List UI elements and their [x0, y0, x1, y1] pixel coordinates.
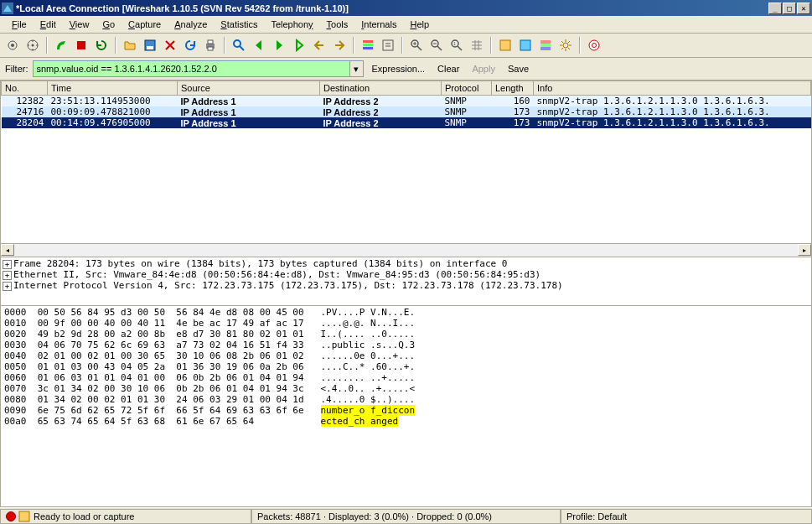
packet-row[interactable]: 2471600:09:09.478821000IP Address 1IP Ad… — [2, 106, 811, 117]
scroll-left-icon[interactable]: ◂ — [1, 244, 14, 256]
svg-rect-5 — [77, 41, 85, 49]
svg-point-2 — [11, 44, 14, 47]
zoom-100-icon[interactable]: 1 — [447, 36, 466, 54]
col-time[interactable]: Time — [48, 81, 178, 96]
filter-label: Filter: — [3, 64, 28, 74]
zoom-in-icon[interactable] — [407, 36, 426, 54]
go-back-icon[interactable] — [250, 36, 268, 54]
filter-input[interactable] — [34, 64, 349, 74]
menu-bar: File Edit View Go Capture Analyze Statis… — [0, 16, 812, 34]
main-toolbar: 1 — [0, 34, 812, 58]
menu-tools[interactable]: Tools — [320, 18, 355, 31]
help-icon[interactable] — [585, 36, 603, 54]
auto-scroll-icon[interactable] — [379, 36, 397, 54]
col-destination[interactable]: Destination — [320, 81, 442, 96]
col-length[interactable]: Length — [492, 81, 534, 96]
resize-columns-icon[interactable] — [468, 36, 486, 54]
status-packets: Packets: 48871 · Displayed: 3 (0.0%) · D… — [251, 509, 561, 524]
svg-point-4 — [32, 44, 34, 47]
zoom-out-icon[interactable] — [427, 36, 446, 54]
menu-capture[interactable]: Capture — [122, 18, 168, 31]
status-bar: Ready to load or capture Packets: 48871 … — [0, 507, 812, 524]
svg-rect-13 — [363, 44, 373, 46]
close-button[interactable]: ✕ — [797, 3, 810, 14]
save-file-icon[interactable] — [141, 36, 159, 54]
app-icon — [2, 3, 13, 14]
svg-point-27 — [592, 44, 597, 48]
go-forward-icon[interactable] — [270, 36, 288, 54]
column-headers[interactable]: No. Time Source Destination Protocol Len… — [2, 81, 811, 96]
minimize-button[interactable]: _ — [768, 3, 782, 14]
expand-icon[interactable]: + — [3, 282, 12, 291]
status-profile[interactable]: Profile: Default — [561, 509, 812, 524]
filter-bar: Filter: ▾ Expression... Clear Apply Save — [0, 58, 812, 80]
expand-icon[interactable]: + — [3, 271, 12, 280]
go-last-icon[interactable] — [330, 36, 349, 54]
stop-capture-icon[interactable] — [72, 36, 91, 54]
col-info[interactable]: Info — [534, 81, 811, 96]
restart-capture-icon[interactable] — [92, 36, 111, 54]
svg-rect-12 — [363, 40, 373, 43]
filter-combo[interactable]: ▾ — [33, 60, 364, 77]
packet-list-scrollbar[interactable]: ◂ ▸ — [0, 244, 812, 257]
packet-row[interactable]: 2820400:14:09.476905000IP Address 1IP Ad… — [2, 117, 811, 128]
svg-rect-22 — [540, 40, 551, 44]
svg-rect-7 — [147, 46, 153, 49]
print-icon[interactable] — [201, 36, 220, 54]
expression-button[interactable]: Expression... — [368, 64, 430, 74]
display-filters-icon[interactable] — [516, 36, 535, 54]
packet-row[interactable]: 1238223:51:13.114953000IP Address 1IP Ad… — [2, 96, 811, 107]
svg-rect-20 — [500, 40, 510, 50]
svg-rect-28 — [19, 511, 29, 521]
menu-edit[interactable]: Edit — [34, 18, 63, 31]
tree-ethernet[interactable]: +Ethernet II, Src: Vmware_84:4e:d8 (00:5… — [3, 269, 809, 280]
open-file-icon[interactable] — [121, 36, 139, 54]
menu-view[interactable]: View — [63, 18, 96, 31]
menu-statistics[interactable]: Statistics — [214, 18, 264, 31]
close-file-icon[interactable] — [161, 36, 179, 54]
colorize-icon[interactable] — [359, 36, 377, 54]
find-icon[interactable] — [230, 36, 248, 54]
svg-rect-23 — [540, 44, 551, 47]
maximize-button[interactable]: □ — [783, 3, 796, 14]
scroll-right-icon[interactable]: ▸ — [798, 244, 811, 256]
col-no[interactable]: No. — [2, 81, 48, 96]
menu-internals[interactable]: Internals — [354, 18, 403, 31]
menu-go[interactable]: Go — [96, 18, 122, 31]
save-button[interactable]: Save — [504, 64, 533, 74]
svg-rect-14 — [363, 47, 373, 49]
svg-rect-15 — [383, 40, 393, 50]
status-ready: Ready to load or capture — [0, 509, 251, 524]
interfaces-icon[interactable] — [3, 36, 22, 54]
clear-button[interactable]: Clear — [433, 64, 463, 74]
packet-bytes-pane[interactable]: 0000 00 50 56 84 95 d3 00 50 56 84 4e d8… — [0, 306, 812, 507]
svg-rect-10 — [208, 47, 213, 50]
preferences-icon[interactable] — [556, 36, 575, 54]
go-to-packet-icon[interactable] — [290, 36, 308, 54]
svg-rect-24 — [540, 47, 551, 50]
tree-frame[interactable]: +Frame 28204: 173 bytes on wire (1384 bi… — [3, 258, 809, 269]
col-protocol[interactable]: Protocol — [442, 81, 492, 96]
packet-details-pane[interactable]: +Frame 28204: 173 bytes on wire (1384 bi… — [0, 257, 812, 306]
tree-ip[interactable]: +Internet Protocol Version 4, Src: 172.2… — [3, 280, 809, 291]
col-source[interactable]: Source — [178, 81, 320, 96]
menu-telephony[interactable]: Telephony — [264, 18, 319, 31]
menu-file[interactable]: File — [5, 18, 34, 31]
menu-analyze[interactable]: Analyze — [168, 18, 214, 31]
apply-button[interactable]: Apply — [468, 64, 499, 74]
title-bar: *Local Area Connection [Wireshark 1.10.5… — [0, 0, 812, 16]
coloring-rules-icon[interactable] — [536, 36, 555, 54]
svg-text:1: 1 — [453, 41, 456, 46]
expand-icon[interactable]: + — [3, 260, 12, 269]
svg-point-11 — [234, 40, 240, 47]
go-first-icon[interactable] — [310, 36, 328, 54]
reload-icon[interactable] — [181, 36, 199, 54]
capture-filters-icon[interactable] — [496, 36, 515, 54]
start-capture-icon[interactable] — [52, 36, 70, 54]
menu-help[interactable]: Help — [403, 18, 436, 31]
filter-dropdown-icon[interactable]: ▾ — [349, 61, 363, 76]
svg-rect-21 — [520, 40, 530, 50]
packet-list-pane[interactable]: No. Time Source Destination Protocol Len… — [0, 80, 812, 244]
svg-rect-9 — [208, 40, 213, 44]
options-icon[interactable] — [23, 36, 42, 54]
